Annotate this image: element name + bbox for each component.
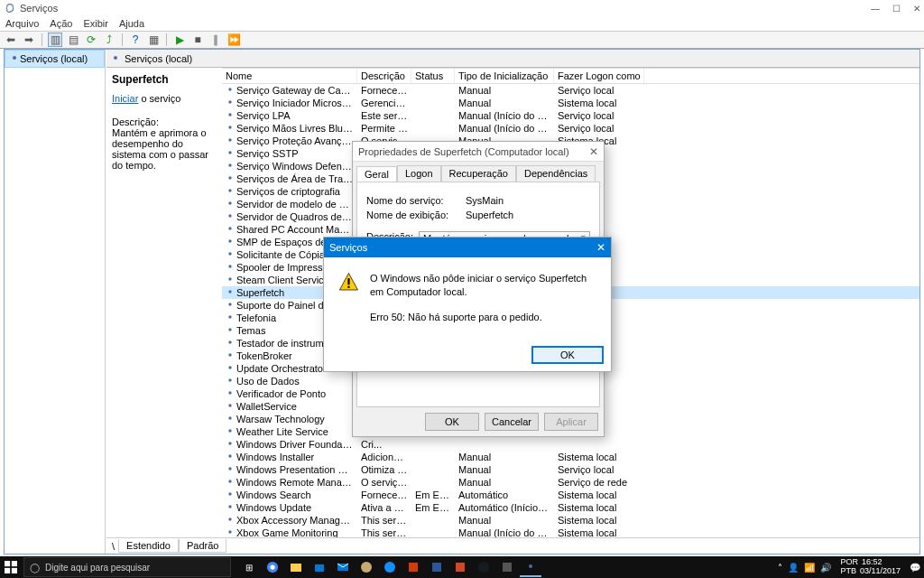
svg-point-2 <box>114 56 117 60</box>
table-row[interactable]: Windows SearchFornece in...Em Exe...Auto… <box>222 489 919 501</box>
svg-point-22 <box>228 328 231 331</box>
disp-name-value: Superfetch <box>466 210 513 220</box>
table-row[interactable]: Windows UpdateAtiva a de...Em Exe...Auto… <box>222 501 919 514</box>
tab-recuperacao[interactable]: Recuperação <box>441 165 516 182</box>
tray-network-icon[interactable]: 📶 <box>804 563 815 573</box>
export-icon[interactable]: ⤴ <box>102 33 116 47</box>
select-columns-icon[interactable]: ▦ <box>146 33 161 47</box>
close-icon[interactable]: ✕ <box>596 241 605 254</box>
svg-point-58 <box>529 564 532 568</box>
svg-point-11 <box>228 189 231 191</box>
close-button[interactable]: ✕ <box>913 4 920 14</box>
menu-arquivo[interactable]: Arquivo <box>5 18 39 29</box>
start-service-icon[interactable]: ▶ <box>172 33 187 47</box>
back-icon[interactable]: ⬅ <box>4 33 18 47</box>
gear-icon <box>226 477 236 488</box>
table-row[interactable]: Xbox Game MonitoringThis servic...Manual… <box>222 527 919 537</box>
svg-point-19 <box>228 290 231 293</box>
col-start[interactable]: Tipo de Inicialização <box>455 69 554 83</box>
table-row[interactable]: Serviço Gateway de Camad...Fornece s...M… <box>222 84 919 97</box>
tray-notifications-icon[interactable]: 💬 <box>910 563 920 573</box>
table-row[interactable]: Windows Remote Manage...O serviço ...Man… <box>222 476 919 489</box>
menu-exibir[interactable]: Exibir <box>83 18 108 29</box>
tree-item-services[interactable]: Serviços (local) <box>5 50 105 68</box>
gear-icon <box>226 249 236 260</box>
task-view-icon[interactable]: ⊞ <box>238 557 260 577</box>
tab-logon[interactable]: Logon <box>397 165 441 182</box>
tray-clock[interactable]: POR 16:52 PTB 03/11/2017 <box>836 558 904 576</box>
tab-dependencias[interactable]: Dependências <box>516 165 596 182</box>
app-mail-icon[interactable] <box>332 557 354 577</box>
app-battlenet-icon[interactable] <box>379 557 401 577</box>
app-office-icon[interactable] <box>402 557 424 577</box>
app-powerpoint-icon[interactable] <box>449 557 471 577</box>
svg-point-29 <box>228 416 231 419</box>
tray-up-icon[interactable]: ˄ <box>778 563 782 573</box>
gear-icon <box>226 287 236 298</box>
gear-icon <box>226 414 236 424</box>
app-chrome-icon[interactable] <box>262 557 283 577</box>
menu-ajuda[interactable]: Ajuda <box>119 18 144 29</box>
refresh-icon[interactable]: ⟳ <box>84 33 98 47</box>
start-button[interactable] <box>0 556 22 578</box>
cancel-button[interactable]: Cancelar <box>485 413 539 431</box>
gear-icon <box>226 426 236 437</box>
table-row[interactable]: Serviço Mãos Livres Blueto...Permite q..… <box>222 122 919 135</box>
ok-button[interactable]: OK <box>425 413 479 431</box>
search-box[interactable]: ◯ Digite aqui para pesquisar <box>23 557 231 577</box>
forward-icon[interactable]: ➡ <box>22 33 36 47</box>
table-row[interactable]: Xbox Accessory Manageme...This servic...… <box>222 514 919 527</box>
restart-service-icon[interactable]: ⏩ <box>226 33 241 47</box>
maximize-button[interactable]: ☐ <box>892 4 901 14</box>
table-row[interactable]: Windows Driver Foundation...Cri... <box>222 438 919 451</box>
help-icon[interactable]: ? <box>128 33 143 47</box>
apply-button[interactable]: Aplicar <box>544 413 598 431</box>
col-desc[interactable]: Descrição <box>357 69 411 83</box>
show-hide-tree-icon[interactable]: ▥ <box>48 33 62 47</box>
svg-rect-44 <box>5 568 10 573</box>
app-league-icon[interactable] <box>356 557 377 577</box>
desc-label: Descrição: <box>112 117 217 127</box>
tab-geral[interactable]: Geral <box>356 166 397 182</box>
pause-service-icon[interactable]: ∥ <box>208 33 223 47</box>
properties-icon[interactable]: ▤ <box>66 33 80 47</box>
gear-icon <box>226 325 236 336</box>
svg-point-26 <box>228 378 231 381</box>
table-row[interactable]: Windows Presentation Fou...Otimiza o ...… <box>222 463 919 476</box>
gear-icon <box>9 52 20 65</box>
app-store-icon[interactable] <box>309 557 330 577</box>
gear-icon <box>226 186 236 197</box>
col-name[interactable]: Nome <box>222 69 357 83</box>
table-row[interactable]: Serviço Iniciador Microsoft i...Gerencia… <box>222 97 919 109</box>
svg-point-56 <box>478 562 489 573</box>
svg-point-15 <box>228 239 231 242</box>
right-header-label: Serviços (local) <box>125 53 192 64</box>
stop-service-icon[interactable]: ■ <box>190 33 205 47</box>
minimize-button[interactable]: — <box>871 4 880 14</box>
close-icon[interactable]: ✕ <box>589 145 598 158</box>
gear-icon <box>226 527 236 537</box>
app-steam-icon[interactable] <box>473 557 494 577</box>
desc-text: Mantém e aprimora o desempenho do sistem… <box>112 127 217 171</box>
col-logon[interactable]: Fazer Logon como <box>554 69 644 83</box>
table-row[interactable]: Windows InstallerAdiciona, ...ManualSist… <box>222 451 919 463</box>
tab-padrao[interactable]: Padrão <box>179 539 226 553</box>
error-title: Serviços <box>329 242 367 253</box>
window-title: Serviços <box>20 3 58 14</box>
col-status[interactable]: Status <box>411 69 455 83</box>
app-services-icon[interactable] <box>520 557 541 577</box>
selected-service-name: Superfetch <box>112 73 217 86</box>
tree-pane: Serviços (local) <box>5 50 106 554</box>
ok-button[interactable]: OK <box>531 346 604 364</box>
table-row[interactable]: Serviço LPAEste serviç...Manual (Início … <box>222 109 919 122</box>
tray-volume-icon[interactable]: 🔊 <box>820 563 831 573</box>
app-word-icon[interactable] <box>426 557 448 577</box>
start-suffix: o serviço <box>138 93 180 104</box>
tab-estendido[interactable]: Estendido <box>118 539 179 553</box>
app-explorer-icon[interactable] <box>285 557 307 577</box>
tray-people-icon[interactable]: 👤 <box>788 563 799 573</box>
start-service-link[interactable]: Iniciar <box>112 93 138 104</box>
app-tool-icon[interactable] <box>496 557 518 577</box>
menu-acao[interactable]: Ação <box>50 18 72 29</box>
svg-point-3 <box>228 88 231 90</box>
